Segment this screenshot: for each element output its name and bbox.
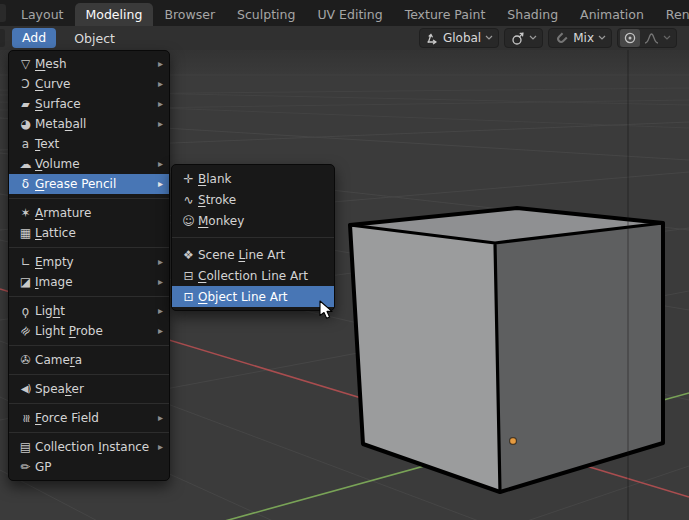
snap-target-dropdown[interactable] bbox=[504, 28, 543, 48]
menu-item-label: Object Line Art bbox=[198, 290, 288, 304]
magnet-icon[interactable] bbox=[554, 31, 569, 46]
menu-item-light[interactable]: ϙLight▸ bbox=[9, 301, 169, 321]
editor-type-button-sliver[interactable] bbox=[0, 29, 5, 47]
menu-item-label: Empty bbox=[35, 255, 74, 269]
grease-pencil-icon: δ bbox=[16, 178, 35, 190]
collection-line-art-icon: ⊟ bbox=[179, 270, 198, 282]
surface-icon: ▰ bbox=[16, 99, 35, 110]
menu-item-stroke[interactable]: ∿Stroke bbox=[172, 189, 334, 210]
tab-animation[interactable]: Animation bbox=[569, 3, 655, 26]
tab-browser[interactable]: Browser bbox=[153, 3, 226, 26]
falloff-curve-icon[interactable] bbox=[644, 31, 659, 45]
image-icon: ◪ bbox=[16, 276, 35, 288]
cube-object[interactable] bbox=[350, 208, 663, 492]
tab-texture-paint[interactable]: Texture Paint bbox=[394, 3, 497, 26]
workspace-tabs: LayoutModelingBrowserSculptingUV Editing… bbox=[10, 3, 689, 26]
tab-sculpting[interactable]: Sculpting bbox=[226, 3, 306, 26]
chevron-down-icon bbox=[529, 35, 537, 41]
stroke-icon: ∿ bbox=[179, 194, 198, 206]
proportional-editing-controls[interactable] bbox=[617, 28, 677, 48]
header-right-controls: Global Mix bbox=[419, 28, 677, 48]
menu-item-lattice[interactable]: ▦Lattice bbox=[9, 223, 169, 243]
force-field-icon: ≀≀≀ bbox=[16, 413, 35, 424]
menu-item-label: Surface bbox=[35, 97, 81, 111]
object-menu-button[interactable]: Object bbox=[68, 29, 121, 48]
menu-item-mesh[interactable]: ▽Mesh▸ bbox=[9, 54, 169, 74]
menu-item-armature[interactable]: ✶Armature bbox=[9, 203, 169, 223]
menu-item-monkey[interactable]: ☺Monkey bbox=[172, 210, 334, 231]
submenu-arrow-icon: ▸ bbox=[158, 257, 163, 267]
menu-item-label: Collection Line Art bbox=[198, 269, 308, 283]
menu-separator bbox=[9, 296, 169, 297]
submenu-arrow-icon: ▸ bbox=[158, 99, 163, 109]
menu-item-label: Curve bbox=[35, 77, 70, 91]
menu-item-label: Monkey bbox=[198, 214, 244, 228]
proportional-editing-toggle[interactable] bbox=[620, 29, 640, 47]
workspace-topbar: LayoutModelingBrowserSculptingUV Editing… bbox=[0, 0, 689, 26]
tab-layout[interactable]: Layout bbox=[10, 3, 75, 26]
menu-separator bbox=[9, 198, 169, 199]
proportional-editing-icon bbox=[623, 31, 637, 45]
menu-item-collection-instance[interactable]: ▤Collection Instance▸ bbox=[9, 437, 169, 457]
menu-item-object-line-art[interactable]: ⊡Object Line Art bbox=[172, 286, 334, 307]
scene-line-art-icon: ❖ bbox=[179, 249, 198, 261]
object-origin-dot bbox=[510, 438, 517, 445]
submenu-arrow-icon: ▸ bbox=[158, 277, 163, 287]
snap-target-icon bbox=[510, 31, 525, 46]
menu-item-label: Camera bbox=[35, 353, 82, 367]
menu-item-label: Scene Line Art bbox=[198, 248, 285, 262]
menu-item-image[interactable]: ◪Image▸ bbox=[9, 272, 169, 292]
menu-item-curve[interactable]: ƆCurve▸ bbox=[9, 74, 169, 94]
chevron-down-icon bbox=[663, 35, 671, 41]
light-icon: ϙ bbox=[16, 305, 35, 317]
orientation-axes-icon bbox=[425, 31, 439, 45]
tab-rendering[interactable]: Rendering bbox=[655, 3, 689, 26]
menu-item-label: Stroke bbox=[198, 193, 236, 207]
menu-item-force-field[interactable]: ≀≀≀Force Field▸ bbox=[9, 408, 169, 428]
blank-icon: ✛ bbox=[179, 173, 198, 185]
menu-item-label: GP bbox=[35, 460, 52, 474]
tab-shading[interactable]: Shading bbox=[496, 3, 569, 26]
text-icon: a bbox=[16, 138, 35, 150]
transform-orientation-dropdown[interactable]: Global bbox=[419, 28, 499, 48]
menu-item-label: Light bbox=[35, 304, 65, 318]
submenu-arrow-icon: ▸ bbox=[158, 159, 163, 169]
menu-item-surface[interactable]: ▰Surface▸ bbox=[9, 94, 169, 114]
menu-item-blank[interactable]: ✛Blank bbox=[172, 168, 334, 189]
empty-icon: ∟ bbox=[16, 256, 35, 268]
app-menu-sliver[interactable] bbox=[0, 4, 6, 22]
collection-instance-icon: ▤ bbox=[16, 441, 35, 453]
submenu-arrow-icon: ▸ bbox=[158, 119, 163, 129]
menu-item-metaball[interactable]: ◕Metaball▸ bbox=[9, 114, 169, 134]
menu-item-label: Speaker bbox=[35, 382, 84, 396]
submenu-arrow-icon: ▸ bbox=[158, 306, 163, 316]
menu-item-label: Armature bbox=[35, 206, 91, 220]
snap-toggle-and-blend[interactable]: Mix bbox=[548, 28, 612, 48]
tab-modeling[interactable]: Modeling bbox=[75, 3, 154, 26]
armature-icon: ✶ bbox=[16, 207, 35, 219]
menu-item-label: Collection Instance bbox=[35, 440, 149, 454]
submenu-arrow-icon: ▸ bbox=[158, 442, 163, 452]
submenu-arrow-icon: ▸ bbox=[158, 326, 163, 336]
camera-icon: ✇ bbox=[16, 354, 35, 366]
menu-item-text[interactable]: aText bbox=[9, 134, 169, 154]
prop-blend-value: Mix bbox=[573, 29, 594, 47]
menu-item-collection-line-art[interactable]: ⊟Collection Line Art bbox=[172, 265, 334, 286]
menu-item-volume[interactable]: ☁Volume▸ bbox=[9, 154, 169, 174]
menu-item-empty[interactable]: ∟Empty▸ bbox=[9, 252, 169, 272]
menu-item-gp[interactable]: ✏GP bbox=[9, 457, 169, 477]
menu-item-camera[interactable]: ✇Camera bbox=[9, 350, 169, 370]
menu-item-label: Light Probe bbox=[35, 324, 103, 338]
menu-separator bbox=[9, 247, 169, 248]
mouse-cursor bbox=[319, 300, 337, 320]
menu-item-speaker[interactable]: ◀)Speaker bbox=[9, 379, 169, 399]
tab-uv-editing[interactable]: UV Editing bbox=[306, 3, 393, 26]
gp-pencil-icon: ✏ bbox=[16, 461, 35, 473]
menu-item-scene-line-art[interactable]: ❖Scene Line Art bbox=[172, 244, 334, 265]
metaball-icon: ◕ bbox=[16, 118, 35, 130]
menu-item-light-probe[interactable]: ≋Light Probe▸ bbox=[9, 321, 169, 341]
viewport-header: Add Object Global bbox=[0, 26, 689, 50]
add-menu-button[interactable]: Add bbox=[12, 28, 56, 48]
menu-item-grease-pencil[interactable]: δGrease Pencil▸ bbox=[9, 174, 169, 194]
menu-item-label: Grease Pencil bbox=[35, 177, 116, 191]
